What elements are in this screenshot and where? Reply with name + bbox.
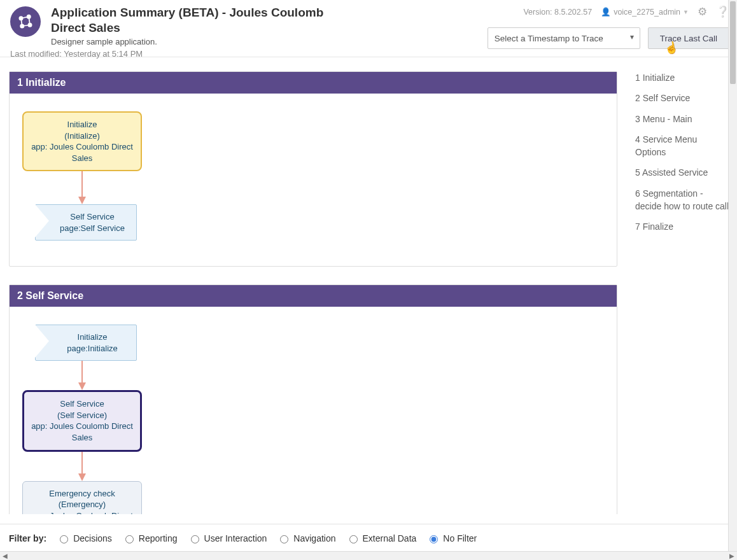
flow-arrow-icon xyxy=(22,361,142,390)
node-emergency-check[interactable]: Emergency check (Emergency) app: Joules … xyxy=(22,481,142,514)
trace-last-call-button[interactable]: Trace Last Call xyxy=(648,27,729,49)
svg-marker-13 xyxy=(78,473,86,481)
filter-reporting[interactable]: Reporting xyxy=(122,533,178,543)
section-self-service: 2 Self Service Initialize page:Initializ… xyxy=(9,284,617,514)
horizontal-scrollbar[interactable]: ◀ ▶ xyxy=(0,551,737,560)
section-initialize: 1 Initialize Initialize (Initialize) app… xyxy=(9,71,617,267)
svg-marker-9 xyxy=(78,197,86,204)
chevron-down-icon: ▼ xyxy=(683,9,689,15)
timestamp-select-wrap[interactable]: Select a Timestamp to Trace xyxy=(488,27,640,49)
user-icon: 👤 xyxy=(601,7,611,17)
nav-item-menu-main[interactable]: 3 Menu - Main xyxy=(635,113,729,125)
flow-arrow-icon xyxy=(22,452,142,481)
scroll-right-icon[interactable]: ▶ xyxy=(728,553,736,559)
node-line: app: Joules Coulomb Direct Sales xyxy=(27,141,137,164)
app-logo-icon xyxy=(10,6,41,37)
node-self-service-page[interactable]: Self Service page:Self Service xyxy=(35,204,137,241)
filter-external-data[interactable]: External Data xyxy=(346,533,417,543)
filter-option-label: External Data xyxy=(363,533,417,543)
filter-bar: Filter by: Decisions Reporting User Inte… xyxy=(0,524,728,551)
nav-item-segmentation[interactable]: 6 Segmentation - decide how to route cal… xyxy=(635,187,729,213)
svg-marker-11 xyxy=(78,382,86,390)
filter-label: Filter by: xyxy=(9,533,46,543)
nav-item-initialize[interactable]: 1 Initialize xyxy=(635,71,729,84)
section-header: 1 Initialize xyxy=(10,72,617,94)
node-line: page:Self Service xyxy=(52,223,132,234)
node-line: app: Joules Coulomb Direct Sales xyxy=(28,421,136,443)
nav-item-self-service[interactable]: 2 Self Service xyxy=(635,92,729,104)
node-line: Emergency check xyxy=(27,488,137,500)
user-name: voice_2275_admin xyxy=(614,8,680,17)
node-initialize-start[interactable]: Initialize (Initialize) app: Joules Coul… xyxy=(22,111,142,171)
node-self-service-focus[interactable]: Self Service (Self Service) app: Joules … xyxy=(22,390,142,451)
timestamp-select[interactable]: Select a Timestamp to Trace xyxy=(488,27,640,49)
node-line: page:Initialize xyxy=(52,343,132,354)
node-line: Self Service xyxy=(52,211,132,223)
page-subtitle: Designer sample application. xyxy=(51,37,477,46)
help-icon[interactable]: ❔ xyxy=(716,5,729,18)
filter-navigation[interactable]: Navigation xyxy=(277,533,335,543)
scroll-left-icon[interactable]: ◀ xyxy=(1,553,9,559)
filter-option-label: Decisions xyxy=(73,533,112,543)
node-line: (Self Service) xyxy=(28,410,136,421)
node-line: Initialize xyxy=(27,119,137,130)
gear-icon[interactable]: ⚙ xyxy=(698,5,707,18)
canvas-column: 1 Initialize Initialize (Initialize) app… xyxy=(0,57,628,514)
page-title: Application Summary (BETA) - Joules Coul… xyxy=(51,5,356,36)
filter-no-filter[interactable]: No Filter xyxy=(426,533,477,543)
filter-option-label: Navigation xyxy=(293,533,335,543)
filter-decisions[interactable]: Decisions xyxy=(57,533,112,543)
node-line: (Emergency) xyxy=(27,499,137,510)
nav-item-service-menu-options[interactable]: 4 Service Menu Options xyxy=(635,133,729,159)
nav-item-assisted-service[interactable]: 5 Assisted Service xyxy=(635,166,729,179)
section-header: 2 Self Service xyxy=(10,285,617,307)
version-label: Version: 8.5.202.57 xyxy=(523,8,592,17)
nav-item-finalize[interactable]: 7 Finalize xyxy=(635,220,729,233)
filter-option-label: Reporting xyxy=(139,533,178,543)
filter-user-interaction[interactable]: User Interaction xyxy=(188,533,267,543)
flow-arrow-icon xyxy=(22,171,142,204)
node-initialize-page[interactable]: Initialize page:Initialize xyxy=(35,325,137,361)
node-line: Initialize xyxy=(52,332,132,343)
section-nav: 1 Initialize 2 Self Service 3 Menu - Mai… xyxy=(628,57,737,514)
user-menu[interactable]: 👤 voice_2275_admin ▼ xyxy=(601,7,689,17)
vertical-scrollbar[interactable] xyxy=(728,0,737,551)
app-header: Application Summary (BETA) - Joules Coul… xyxy=(0,0,737,57)
filter-option-label: No Filter xyxy=(443,533,477,543)
filter-option-label: User Interaction xyxy=(204,533,267,543)
node-line: Self Service xyxy=(28,398,136,410)
node-line: (Initialize) xyxy=(27,130,137,142)
node-line: app: Joules Coulomb Direct Sales xyxy=(27,510,137,514)
